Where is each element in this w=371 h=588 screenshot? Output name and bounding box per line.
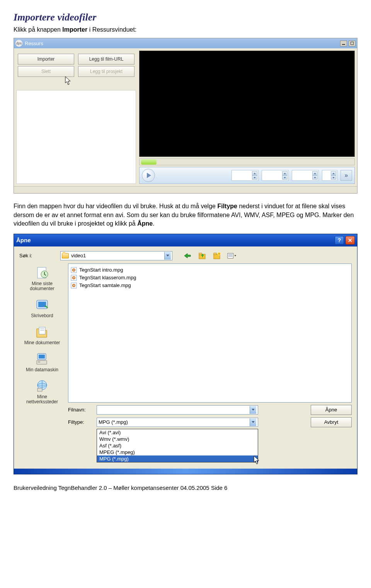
- help-button[interactable]: ?: [335, 236, 344, 245]
- paragraph-2: Finn den mappen hvor du har videofilen d…: [14, 202, 357, 228]
- mydocs-icon: [34, 324, 51, 340]
- folder-name: video1: [71, 253, 86, 258]
- video-scrubber[interactable]: [139, 158, 355, 165]
- file-item[interactable]: TegnStart klasserom.mpg: [71, 274, 349, 282]
- page-heading: Importere videofiler: [14, 12, 357, 23]
- minimize-button[interactable]: [340, 41, 347, 46]
- file-item[interactable]: TegnStart intro.mpg: [71, 266, 349, 274]
- filnavn-input[interactable]: [97, 405, 258, 415]
- scrubber-thumb[interactable]: [141, 159, 157, 165]
- restore-button[interactable]: [349, 41, 356, 46]
- app-icon: dps: [15, 40, 22, 47]
- filter-option[interactable]: Asf (*.asf): [97, 442, 258, 449]
- spinner-down-icon[interactable]: [282, 175, 288, 180]
- filtype-value: MPG (*.mpg): [99, 419, 128, 425]
- filter-option[interactable]: Wmv (*.wmv): [97, 436, 258, 442]
- open-titlebar: Åpne ? ✕: [14, 234, 357, 246]
- sok-label: Søk i:: [19, 253, 56, 258]
- advance-button[interactable]: »: [340, 170, 352, 181]
- chevron-down-icon[interactable]: [250, 418, 256, 426]
- place-mydocs[interactable]: Mine dokumenter: [21, 323, 63, 348]
- p2-a: Finn den mappen hvor du har videofilen d…: [14, 203, 217, 209]
- folder-icon: [62, 253, 69, 258]
- chevron-down-icon[interactable]: [164, 252, 171, 260]
- folder-combo[interactable]: video1: [60, 251, 172, 260]
- recent-docs-icon: [34, 265, 51, 280]
- p2-e: .: [153, 220, 154, 227]
- svg-rect-3: [214, 253, 216, 255]
- computer-icon: [34, 351, 51, 367]
- legg-til-prosjekt-button[interactable]: Legg til prosjekt: [78, 66, 134, 77]
- filnavn-label: Filnavn:: [68, 407, 93, 413]
- p2-filtype: Filtype: [217, 203, 237, 209]
- filter-option[interactable]: Avi (*.avi): [97, 429, 258, 436]
- video-file-icon: [71, 282, 77, 289]
- p2-apne: Åpne: [137, 220, 153, 227]
- place-network-label: Mine nettverkssteder: [21, 394, 63, 405]
- time-segment-1[interactable]: [231, 170, 259, 181]
- filtype-combo[interactable]: MPG (*.mpg): [97, 418, 258, 427]
- file-name: TegnStart samtale.mpg: [79, 282, 131, 288]
- avbryt-button[interactable]: Avbryt: [311, 417, 352, 427]
- spinner-up-icon[interactable]: [282, 171, 288, 175]
- svg-rect-12: [38, 302, 46, 307]
- filtype-label: Filtype:: [68, 419, 93, 425]
- spinner-down-icon[interactable]: [312, 175, 318, 180]
- place-recent-label: Mine siste dokumenter: [21, 281, 63, 292]
- video-file-icon: [71, 275, 77, 281]
- svg-rect-22: [37, 388, 42, 391]
- place-network[interactable]: Mine nettverkssteder: [21, 377, 63, 408]
- horizontal-scrollbar[interactable]: [14, 186, 357, 193]
- back-icon[interactable]: [183, 252, 192, 260]
- intro-text-a: Klikk på knappen: [14, 26, 62, 33]
- dialog-footer-bar: [14, 469, 357, 474]
- spinner-up-icon[interactable]: [252, 171, 257, 175]
- close-button[interactable]: ✕: [345, 236, 355, 245]
- cursor-icon: [254, 455, 260, 466]
- new-folder-icon[interactable]: [213, 252, 222, 260]
- video-preview: [139, 51, 355, 157]
- up-folder-icon[interactable]: [198, 252, 207, 260]
- open-dialog: Åpne ? ✕ Søk i: video1: [14, 234, 357, 474]
- spinner-up-icon[interactable]: [312, 171, 318, 175]
- time-segment-3[interactable]: [292, 170, 319, 181]
- intro-text-b: i Ressursvinduet:: [87, 26, 136, 33]
- places-bar: Mine siste dokumenter Skrivebord Mine do…: [19, 263, 65, 466]
- filtype-dropdown[interactable]: Avi (*.avi)Wmv (*.wmv)Asf (*.asf)MPEG (*…: [97, 429, 258, 462]
- place-mycomp-label: Min datamaskin: [26, 367, 58, 373]
- spinner-down-icon[interactable]: [252, 175, 257, 180]
- video-file-icon: [71, 267, 77, 273]
- importer-button[interactable]: Importer: [18, 54, 74, 65]
- desktop-icon: [34, 297, 51, 313]
- open-title-text: Åpne: [16, 237, 335, 243]
- ressurs-title-text: Ressurs: [25, 41, 340, 46]
- time-segment-4[interactable]: [322, 170, 337, 181]
- filter-option[interactable]: MPG (*.mpg): [97, 455, 258, 462]
- play-button[interactable]: [142, 169, 155, 182]
- place-desktop-label: Skrivebord: [31, 313, 53, 319]
- time-segment-2[interactable]: [262, 170, 289, 181]
- file-list[interactable]: TegnStart intro.mpg TegnStart klasserom.…: [68, 263, 352, 403]
- file-name: TegnStart intro.mpg: [79, 267, 123, 273]
- spinner-down-icon[interactable]: [331, 175, 336, 180]
- ressurs-titlebar: dps Ressurs: [14, 38, 357, 48]
- place-recent[interactable]: Mine siste dokumenter: [21, 264, 63, 294]
- page-footer: Brukerveiledning TegnBehandler 2.0 – Møl…: [14, 484, 357, 491]
- intro-text-bold: Importer: [62, 26, 87, 33]
- resource-list-pane: [16, 90, 136, 184]
- chevron-down-icon[interactable]: [250, 406, 256, 414]
- view-menu-icon[interactable]: [227, 252, 237, 260]
- legg-til-film-button[interactable]: Legg til film-URL: [78, 54, 134, 65]
- place-desktop[interactable]: Skrivebord: [21, 296, 63, 321]
- cursor-icon: [65, 76, 72, 86]
- file-item[interactable]: TegnStart samtale.mpg: [71, 282, 349, 289]
- player-controls: »: [139, 167, 355, 184]
- intro-paragraph: Klikk på knappen Importer i Ressursvindu…: [14, 25, 357, 34]
- svg-rect-19: [38, 362, 40, 362]
- spinner-up-icon[interactable]: [331, 171, 336, 175]
- filter-option[interactable]: MPEG (*.mpeg): [97, 449, 258, 455]
- apne-button[interactable]: Åpne: [311, 405, 352, 415]
- svg-rect-1: [199, 253, 202, 255]
- slett-button[interactable]: Slett: [18, 66, 74, 77]
- place-mycomp[interactable]: Min datamaskin: [21, 350, 63, 375]
